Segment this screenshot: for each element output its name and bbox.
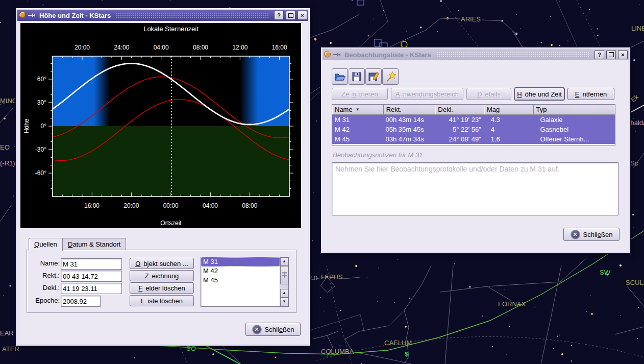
- svg-text:04:00: 04:00: [203, 202, 218, 209]
- notes-label: Beobachtungsnotizen für M 31:: [333, 151, 425, 159]
- list-item[interactable]: M 31: [201, 257, 280, 266]
- table-row[interactable]: M 31 00h 43m 14s 41° 19' 23" 4.3 Galaxie: [332, 115, 615, 125]
- sort-descending-icon: ▼: [356, 105, 360, 115]
- table-header: Name▼ Rekt. Dekl. Mag Typ: [332, 105, 615, 115]
- svg-text:-60°: -60°: [35, 169, 46, 177]
- table-row[interactable]: M 45 03h 47m 34s 24° 08' 49" 1.6 Offener…: [332, 134, 615, 144]
- list-item[interactable]: M 45: [201, 276, 280, 285]
- svg-text:16:00: 16:00: [272, 44, 287, 51]
- scrollbar-thumb[interactable]: [280, 266, 288, 284]
- kstars-icon: [324, 50, 331, 59]
- save-file-button[interactable]: [349, 68, 365, 85]
- column-header-dekl[interactable]: Dekl.: [435, 105, 484, 115]
- scope-button[interactable]: Anwendungsbereich: [391, 88, 463, 100]
- svg-text:04:00: 04:00: [154, 44, 169, 51]
- titlebar-texture: [116, 12, 269, 18]
- save-file-as-icon: [367, 70, 380, 83]
- save-file-icon: [351, 70, 363, 83]
- find-object-button[interactable]: Objekt suchen ...: [130, 258, 194, 269]
- remove-button[interactable]: Entfernen: [567, 88, 614, 100]
- dec-input[interactable]: [61, 283, 122, 294]
- column-header-name[interactable]: Name▼: [332, 105, 384, 115]
- close-dialog-button[interactable]: ✕ Schließen: [245, 323, 301, 336]
- scroll-down-icon[interactable]: ▼: [280, 298, 288, 306]
- details-button[interactable]: Details: [466, 88, 511, 100]
- observing-list-window: Beobachtungsliste - KStars ? × Zentriere…: [320, 47, 631, 254]
- svg-text:30°: 30°: [37, 99, 46, 106]
- table-row[interactable]: M 42 05h 35m 45s -5° 22' 56" 4 Gasnebel: [332, 125, 615, 134]
- clear-fields-button[interactable]: Felder löschen: [130, 282, 194, 294]
- close-window-button[interactable]: ×: [298, 11, 307, 20]
- column-header-rekt[interactable]: Rekt.: [384, 105, 436, 115]
- wizard-button[interactable]: [382, 68, 399, 85]
- svg-text:Ortszeit: Ortszeit: [160, 220, 182, 227]
- list-item[interactable]: M 42: [201, 266, 280, 276]
- svg-text:Höhe: Höhe: [23, 118, 30, 133]
- clear-list-button[interactable]: Liste löschen: [130, 295, 194, 306]
- epoch-label: Epoche:: [30, 296, 60, 306]
- svg-text:12:00: 12:00: [232, 44, 247, 51]
- sources-panel: Name: Rekt.: Dekl.: Epoche: Objekt suche…: [27, 250, 296, 313]
- name-label: Name:: [30, 258, 60, 269]
- svg-text:00:00: 00:00: [163, 202, 179, 209]
- svg-text:-30°: -30°: [35, 146, 46, 153]
- alt-vs-time-button[interactable]: Höhe und Zeit: [514, 88, 564, 100]
- titlebar[interactable]: Beobachtungsliste - KStars ? ×: [323, 49, 629, 60]
- center-button[interactable]: Zentrieren: [332, 88, 388, 100]
- dec-label: Dekl.:: [30, 283, 60, 293]
- save-file-as-button[interactable]: [365, 68, 382, 85]
- name-input[interactable]: [61, 258, 122, 270]
- altitude-plot: Lokale Sternenzeit20:0024:0004:0008:0012…: [20, 23, 301, 228]
- scroll-up-icon[interactable]: ▲: [280, 257, 288, 266]
- svg-text:24:00: 24:00: [114, 44, 129, 51]
- maximize-button[interactable]: [286, 11, 295, 20]
- epoch-input[interactable]: [61, 296, 101, 307]
- svg-text:0°: 0°: [41, 123, 47, 130]
- plot-button[interactable]: Zeichnung: [130, 270, 194, 281]
- notes-textarea[interactable]: [332, 162, 618, 215]
- object-listbox: M 31 M 42 M 45 ▲ ▲ ▼: [201, 257, 289, 307]
- close-window-button[interactable]: ×: [618, 50, 628, 59]
- altitude-vs-time-window: Höhe und Zeit - KStars ? × Lokale Sterne…: [15, 8, 310, 346]
- window-title: Höhe und Zeit - KStars: [39, 12, 111, 19]
- pin-icon[interactable]: [333, 51, 342, 59]
- svg-text:16:00: 16:00: [84, 202, 100, 209]
- close-dialog-button[interactable]: ✕ Schließen: [563, 228, 620, 241]
- maximize-button[interactable]: [606, 50, 616, 59]
- ra-label: Rekt.:: [30, 271, 60, 281]
- tab-quellen[interactable]: Quellen: [29, 238, 63, 251]
- pin-icon[interactable]: [28, 12, 37, 19]
- open-file-button[interactable]: [332, 68, 348, 85]
- svg-text:08:00: 08:00: [193, 44, 208, 51]
- kstars-icon: [18, 11, 26, 20]
- svg-text:20:00: 20:00: [75, 44, 90, 51]
- close-icon: ✕: [252, 325, 262, 334]
- svg-text:Lokale Sternenzeit: Lokale Sternenzeit: [143, 25, 199, 33]
- svg-text:08:00: 08:00: [242, 202, 257, 209]
- tab-datum-standort[interactable]: Datum & Standort: [62, 238, 126, 250]
- listbox-scrollbar[interactable]: ▲ ▲ ▼: [280, 257, 288, 306]
- wizard-icon: [384, 70, 397, 83]
- svg-text:20:00: 20:00: [123, 202, 139, 209]
- column-header-mag[interactable]: Mag: [484, 105, 534, 115]
- titlebar[interactable]: Höhe und Zeit - KStars ? ×: [17, 10, 308, 21]
- help-button[interactable]: ?: [274, 11, 284, 20]
- help-button[interactable]: ?: [595, 50, 604, 59]
- open-file-icon: [334, 70, 346, 83]
- ra-input[interactable]: [61, 271, 122, 282]
- observing-table: Name▼ Rekt. Dekl. Mag Typ M 31 00h 43m 1…: [332, 104, 615, 146]
- titlebar-texture: [436, 52, 589, 58]
- svg-text:60°: 60°: [37, 76, 46, 83]
- scroll-up2-icon[interactable]: ▲: [280, 289, 288, 298]
- column-header-typ[interactable]: Typ: [534, 105, 615, 115]
- window-title: Beobachtungsliste - KStars: [344, 51, 431, 59]
- close-icon: ✕: [571, 230, 580, 239]
